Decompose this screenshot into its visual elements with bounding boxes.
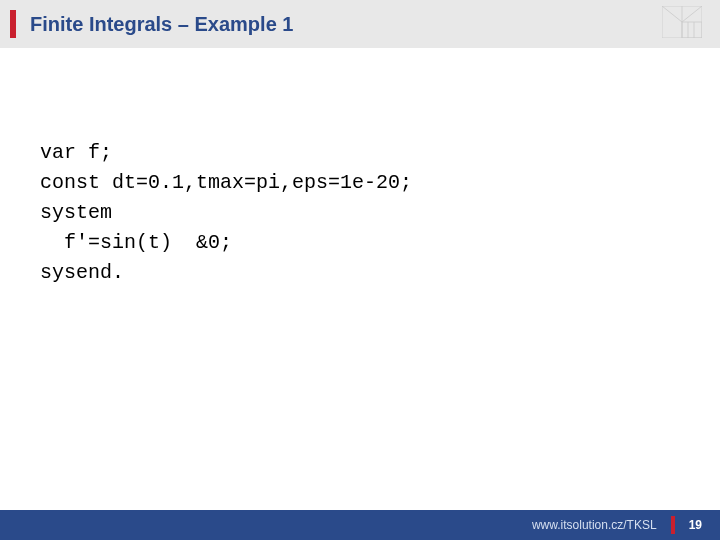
page-number: 19 <box>689 518 702 532</box>
svg-line-2 <box>682 6 702 22</box>
slide-footer: www.itsolution.cz/TKSL 19 <box>0 510 720 540</box>
slide-title: Finite Integrals – Example 1 <box>30 13 293 36</box>
svg-line-1 <box>662 6 682 22</box>
slide-content: var f; const dt=0.1,tmax=pi,eps=1e-20; s… <box>0 48 720 288</box>
code-line: system <box>40 201 112 224</box>
code-line: var f; <box>40 141 112 164</box>
code-line: const dt=0.1,tmax=pi,eps=1e-20; <box>40 171 412 194</box>
svg-rect-4 <box>682 22 702 38</box>
header-accent-bar <box>10 10 16 38</box>
code-line: f'=sin(t) &0; <box>40 231 232 254</box>
footer-divider <box>671 516 675 534</box>
footer-url: www.itsolution.cz/TKSL <box>532 518 657 532</box>
code-block: var f; const dt=0.1,tmax=pi,eps=1e-20; s… <box>40 138 680 288</box>
slide-header: Finite Integrals – Example 1 <box>0 0 720 48</box>
institution-logo-icon <box>662 6 702 42</box>
code-line: sysend. <box>40 261 124 284</box>
